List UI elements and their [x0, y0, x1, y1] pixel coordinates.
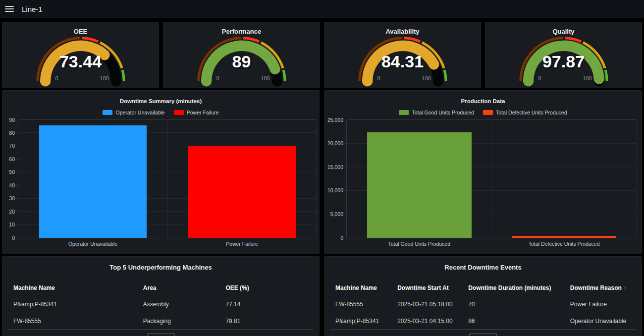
legend-swatch-icon — [103, 110, 112, 115]
table-body: FW-855552025-03-21 05:18:0070Power Failu… — [335, 296, 631, 330]
y-axis-tick — [345, 214, 347, 215]
top-bar: Line-1 — [0, 0, 644, 18]
sort-ascending-icon: ↑ — [624, 284, 627, 291]
gauge-value: 97.87 — [485, 52, 642, 71]
column-header[interactable]: Downtime Reason↑ — [570, 284, 631, 291]
gauge-max-label: 100 — [100, 75, 108, 81]
plot-area: 05,00010,00015,00020,00025,000Total Good… — [346, 119, 637, 238]
dashboard: { "topbar": { "title": "Line-1" }, "them… — [0, 0, 644, 336]
legend-label: Power Failure — [187, 110, 219, 115]
column-header[interactable]: Downtime Duration (minutes) — [468, 284, 570, 291]
y-axis-label: 5,000 — [330, 212, 343, 217]
y-axis-tick — [345, 143, 347, 144]
x-axis-label: Operator Unavailable — [18, 241, 167, 247]
table-cell: 2025-03-21 05:18:00 — [397, 301, 468, 308]
y-axis-tick — [345, 167, 347, 168]
y-axis-label: 30 — [9, 196, 15, 201]
table-cell: Power Failure — [570, 301, 631, 308]
column-header[interactable]: Machine Name — [13, 284, 143, 291]
table-body: P&amp;P-85341Assembly77.14FW-85555Packag… — [13, 296, 308, 330]
gauge-value: 84.31 — [324, 52, 481, 71]
y-axis-tick — [345, 238, 347, 238]
legend-item[interactable]: Total Defective Units Produced — [483, 110, 567, 115]
gauge-max-label: 100 — [422, 75, 430, 81]
gauge-panel-quality: Quality 97.87 0 100 — [485, 22, 642, 88]
y-axis-label: 70 — [9, 143, 15, 149]
y-axis-label: 60 — [9, 157, 15, 162]
y-axis-label: 50 — [9, 169, 15, 175]
column-header[interactable]: Downtime Start At — [397, 284, 468, 291]
gauge-max-label: 100 — [261, 75, 269, 81]
column-header[interactable]: Area — [143, 284, 226, 291]
table-header-row: Machine NameAreaOEE (%) — [13, 284, 308, 291]
gauge-panel-oee: OEE 73.44 0 100 — [2, 22, 159, 88]
gauge-threshold-segment — [444, 70, 446, 81]
legend-label: Total Good Units Produced — [412, 110, 474, 115]
column-header[interactable]: OEE (%) — [225, 284, 308, 291]
category-divider — [167, 120, 168, 238]
gauge-min-label: 0 — [538, 75, 541, 81]
table-cell: FW-85555 — [335, 301, 397, 308]
y-axis-tick — [16, 133, 18, 133]
dashboard-title: Line-1 — [22, 5, 43, 13]
y-axis-tick — [345, 120, 347, 120]
y-axis-label: 90 — [9, 117, 15, 123]
legend-swatch-icon — [399, 110, 409, 115]
table-cell: 70 — [468, 301, 570, 308]
table-row: P&amp;P-85341Assembly77.14 — [13, 296, 308, 313]
gauge-min-label: 0 — [55, 75, 58, 81]
gauge-min-label: 0 — [377, 75, 380, 81]
legend-item[interactable]: Operator Unavailable — [103, 110, 164, 115]
gauge-threshold-segment — [605, 70, 607, 81]
x-axis-label: Power Failure — [167, 241, 317, 247]
table-cell: FW-85555 — [13, 318, 143, 325]
x-axis-label: Total Good Units Produced — [347, 241, 492, 247]
panel-title: Recent Downtime Events — [324, 264, 642, 271]
chart-legend: Operator UnavailablePower Failure — [2, 110, 319, 115]
gauge-max-label: 100 — [583, 75, 591, 81]
y-axis-label: 20 — [9, 209, 15, 215]
downtime-summary-chart-panel: Downtime Summary (minutes) Operator Unav… — [2, 90, 320, 254]
panel-title: Downtime Summary (minutes) — [2, 98, 319, 104]
recent-downtime-events-table-panel: Recent Downtime Events Machine NameDownt… — [324, 256, 642, 336]
bar[interactable] — [188, 146, 296, 238]
table-cell: P&amp;P-85341 — [13, 301, 143, 308]
legend-swatch-icon — [483, 110, 493, 115]
column-header[interactable]: Machine Name — [335, 284, 397, 291]
y-axis-tick — [16, 198, 18, 199]
y-axis-label: 25,000 — [327, 117, 343, 123]
y-axis-label: 0 — [340, 235, 343, 241]
table-cell: Operator Unavailable — [570, 318, 631, 325]
category-divider — [492, 120, 492, 238]
gauge-value: 89 — [163, 52, 320, 71]
y-axis-tick — [16, 212, 18, 212]
y-axis-label: 40 — [9, 183, 15, 188]
chart-legend: Total Good Units ProducedTotal Defective… — [324, 110, 642, 115]
y-axis-tick — [16, 185, 18, 186]
y-axis-label: 10,000 — [327, 188, 343, 193]
menu-icon[interactable] — [5, 6, 14, 12]
table-row: P&amp;P-853412025-03-21 04:15:0086Operat… — [335, 313, 631, 330]
y-axis-tick — [16, 120, 18, 120]
bar[interactable] — [39, 125, 147, 238]
y-axis-tick — [16, 238, 18, 238]
table-footer-divider — [330, 329, 636, 330]
legend-item[interactable]: Total Good Units Produced — [399, 110, 474, 115]
pagination-button[interactable] — [469, 334, 497, 336]
table-footer-divider — [8, 329, 313, 330]
y-axis-label: 80 — [9, 130, 15, 136]
pagination-button[interactable] — [147, 334, 175, 336]
table-cell: P&amp;P-85341 — [335, 318, 397, 325]
legend-item[interactable]: Power Failure — [174, 110, 219, 115]
y-axis-tick — [16, 224, 18, 225]
bar[interactable] — [367, 132, 472, 238]
table-cell: 79.81 — [225, 318, 308, 325]
table-cell: Assembly — [143, 301, 226, 308]
x-axis-label: Total Defective Units Produced — [492, 241, 637, 247]
legend-label: Total Defective Units Produced — [496, 110, 567, 115]
table-cell: 2025-03-21 04:15:00 — [397, 318, 468, 325]
bar[interactable] — [512, 236, 616, 238]
table-cell: 77.14 — [225, 301, 308, 308]
y-axis-tick — [345, 190, 347, 191]
panel-title: Production Data — [324, 98, 642, 104]
